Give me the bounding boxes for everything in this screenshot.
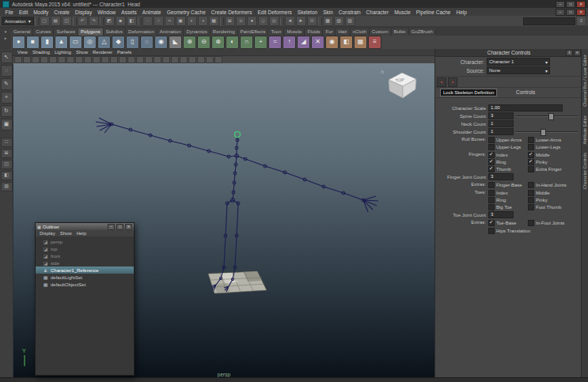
combine-icon[interactable]: ⊕ xyxy=(183,36,196,49)
shadows-toggle-icon[interactable] xyxy=(171,56,179,63)
checkbox[interactable] xyxy=(488,166,495,172)
outliner-titlebar[interactable]: ▦ Outliner – □ ✕ xyxy=(36,223,134,230)
extrude-icon[interactable]: ↑ xyxy=(283,36,296,49)
shoulder-count-slider[interactable] xyxy=(516,129,578,134)
textured-mode-icon[interactable] xyxy=(154,56,161,63)
outliner-close-button[interactable]: ✕ xyxy=(125,224,132,230)
extract-icon[interactable]: ⊗ xyxy=(211,36,225,49)
open-scene-icon[interactable]: ▤ xyxy=(51,16,61,26)
checkbox-item[interactable]: Extra Finger xyxy=(528,166,567,172)
mirror-geometry-icon[interactable]: ◧ xyxy=(340,36,353,49)
checkbox-item[interactable]: Upper-Arms xyxy=(488,137,528,143)
poly-cone-icon[interactable]: ▲ xyxy=(55,36,68,49)
poly-helix-icon[interactable]: ◌ xyxy=(140,36,154,49)
ipr-render-icon[interactable]: ▨ xyxy=(334,16,344,26)
quad-draw-icon[interactable]: ▦ xyxy=(354,36,367,49)
outliner-minimize-button[interactable]: – xyxy=(108,224,115,230)
shelf-tab[interactable]: Animation xyxy=(157,28,184,36)
outliner-item[interactable]: ◪ persp xyxy=(36,238,134,245)
viewcube-home-icon[interactable]: ⌂ xyxy=(381,69,384,74)
menu-item[interactable]: Pipeline Cache xyxy=(413,9,453,15)
status-divider[interactable] xyxy=(73,17,77,25)
checkbox[interactable] xyxy=(528,152,534,158)
panel-pin-icon[interactable]: ⊼ xyxy=(566,50,573,56)
output-connections-icon[interactable]: ► xyxy=(296,16,306,26)
menu-item[interactable]: Geometry Cache xyxy=(164,9,208,15)
shelf-tab[interactable]: Bullet xyxy=(392,28,409,36)
shelf-tab[interactable]: Hair xyxy=(336,28,350,36)
scene-close-button[interactable]: ✕ xyxy=(576,9,586,16)
multi-cut-icon[interactable]: ✕ xyxy=(311,36,324,49)
rotate-tool[interactable]: ↻ xyxy=(1,105,13,117)
outliner-menu-item[interactable]: Display xyxy=(37,231,58,236)
checkbox-item[interactable]: Thumb xyxy=(488,166,528,172)
select-object-icon[interactable]: ■ xyxy=(116,16,126,26)
shelf-tab[interactable]: Curves xyxy=(33,28,54,36)
select-camera-icon[interactable] xyxy=(14,56,22,63)
outliner-maximize-button[interactable]: □ xyxy=(116,224,123,230)
checkbox-item[interactable]: Finger-Base xyxy=(488,182,528,188)
shelf-tab[interactable]: Toon xyxy=(268,28,284,36)
checkbox[interactable] xyxy=(528,220,534,226)
wireframe-mode-icon[interactable] xyxy=(136,56,144,63)
paint-select-tool[interactable]: ✎ xyxy=(1,78,13,90)
film-gate-icon[interactable] xyxy=(84,56,92,63)
crease-tool-icon[interactable]: ≡ xyxy=(368,36,381,49)
gate-mask-icon[interactable] xyxy=(101,56,109,63)
menu-item[interactable]: Help xyxy=(453,9,469,15)
checkbox-item[interactable]: Pinky xyxy=(528,197,567,203)
viewport-menu-item[interactable]: View xyxy=(15,50,30,55)
menu-set-dropdown[interactable]: Animation ▾ xyxy=(2,17,34,25)
undo-icon[interactable]: ↶ xyxy=(78,16,88,26)
checkbox[interactable] xyxy=(528,182,534,188)
select-hierarchy-icon[interactable]: ◩ xyxy=(104,16,115,26)
lasso-select-tool[interactable]: ◌ xyxy=(1,65,13,77)
outliner-menu-item[interactable]: Help xyxy=(74,231,89,236)
checkbox[interactable] xyxy=(488,220,495,226)
poly-plane-icon[interactable]: ▭ xyxy=(69,36,82,49)
shelf-tab[interactable]: Custom xyxy=(370,28,392,36)
menu-item[interactable]: Animate xyxy=(139,9,164,15)
scene-minimize-button[interactable]: – xyxy=(556,9,565,16)
save-scene-icon[interactable]: ◫ xyxy=(62,16,72,26)
checkbox-item[interactable]: Foot Thumb xyxy=(528,204,567,210)
character-controls-header[interactable]: Character Controls ⊼ ✕ xyxy=(435,49,582,57)
new-scene-icon[interactable]: ▢ xyxy=(40,16,50,26)
checkbox[interactable] xyxy=(488,204,495,210)
outliner-item[interactable]: ▦ defaultLightSet xyxy=(36,274,134,281)
menu-item[interactable]: Edit Deformers xyxy=(255,9,294,15)
snap-grid-icon[interactable]: ⊞ xyxy=(225,16,235,26)
menu-item[interactable]: Edit xyxy=(16,9,30,15)
camera-attributes-icon[interactable] xyxy=(32,56,40,63)
mask-handles-icon[interactable]: ◦ xyxy=(142,16,153,26)
checkbox-item[interactable]: Index xyxy=(488,190,528,196)
bevel-icon[interactable]: ◢ xyxy=(297,36,310,49)
checkbox-item[interactable]: Toe-Base xyxy=(488,220,528,226)
shelf-tab-selector-icon[interactable]: ▾ xyxy=(5,29,7,34)
shelf-tab[interactable]: PaintEffects xyxy=(238,28,269,36)
checkbox[interactable] xyxy=(528,159,534,165)
sidebar-tab[interactable]: Attribute Editor xyxy=(582,112,587,147)
two-d-pan-zoom-icon[interactable] xyxy=(58,56,66,63)
shelf-tab[interactable]: Subdivs xyxy=(104,28,126,36)
shelf-menu-icon[interactable]: ▸ xyxy=(5,36,7,40)
menu-item[interactable]: Skeleton xyxy=(294,9,320,15)
title-bar[interactable]: Autodesk Maya 2015 x64: untitled* --- Ch… xyxy=(0,0,588,8)
shelf-tab[interactable]: Dynamics xyxy=(184,28,210,36)
checkbox[interactable] xyxy=(488,190,495,196)
ao-toggle-icon[interactable] xyxy=(180,56,188,63)
target-weld-icon[interactable]: ◉ xyxy=(325,36,339,49)
menu-item[interactable]: Character xyxy=(363,9,392,15)
tab-controls[interactable]: Controls xyxy=(516,89,535,95)
bookmarks-icon[interactable] xyxy=(40,56,48,63)
poly-pipe-icon[interactable]: ▯ xyxy=(126,36,139,49)
shelf-tab[interactable]: Polygons xyxy=(78,28,104,36)
status-divider[interactable] xyxy=(318,17,322,25)
poly-sphere-icon[interactable]: ● xyxy=(12,36,25,49)
sculpt-tool-icon[interactable]: ◣ xyxy=(169,36,182,49)
checkbox[interactable] xyxy=(528,197,534,203)
menu-item[interactable]: Display xyxy=(72,9,94,15)
layout-four-pane-button[interactable]: ⊞ xyxy=(1,149,13,158)
motion-blur-icon[interactable] xyxy=(188,56,196,63)
menu-item[interactable]: Muscle xyxy=(392,9,414,15)
